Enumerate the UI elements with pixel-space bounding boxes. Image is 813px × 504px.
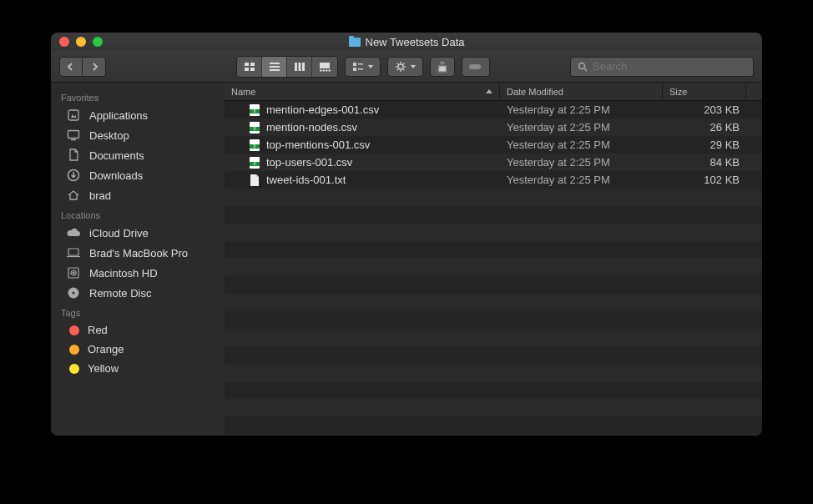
search-field[interactable]: [570, 57, 754, 77]
file-date: Yesterday at 2:25 PM: [500, 121, 663, 134]
spreadsheet-file-icon: X: [248, 103, 261, 117]
apps-icon: [66, 108, 81, 122]
svg-rect-33: [68, 131, 79, 139]
svg-rect-12: [323, 69, 326, 71]
share-button[interactable]: [430, 57, 455, 77]
group-button[interactable]: [345, 57, 381, 77]
svg-line-25: [403, 68, 404, 69]
folder-icon: [349, 38, 361, 47]
titlebar[interactable]: New Tweetsets Data: [51, 33, 762, 51]
sidebar-section-header: Favorites: [51, 88, 225, 105]
file-row[interactable]: Xtop-mentions-001.csvYesterday at 2:25 P…: [225, 136, 762, 154]
svg-rect-13: [326, 69, 328, 71]
svg-rect-18: [358, 68, 363, 70]
sidebar-item[interactable]: iCloud Drive: [51, 223, 225, 243]
zoom-window[interactable]: [93, 37, 103, 47]
sidebar-tag-item[interactable]: Yellow: [51, 359, 225, 378]
downloads-icon: [66, 169, 81, 182]
minimize-window[interactable]: [76, 37, 86, 47]
tags-button[interactable]: [462, 57, 490, 77]
spreadsheet-file-icon: X: [248, 156, 261, 169]
file-name: tweet-ids-001.txt: [266, 174, 346, 186]
svg-rect-36: [68, 249, 78, 255]
empty-row: [225, 311, 762, 329]
file-row[interactable]: Xtop-users-001.csvYesterday at 2:25 PM84…: [225, 154, 762, 171]
finder-window: New Tweetsets Data FavoritesApplications…: [51, 33, 762, 436]
forward-button[interactable]: [83, 57, 106, 77]
sidebar-tag-item[interactable]: Orange: [51, 340, 225, 359]
svg-line-31: [584, 68, 587, 71]
sidebar-item[interactable]: Applications: [51, 105, 225, 125]
remote-icon: [66, 286, 81, 300]
icloud-icon: [66, 226, 81, 239]
svg-point-19: [398, 64, 403, 69]
empty-row: [225, 189, 762, 206]
sidebar-item-label: iCloud Drive: [89, 227, 149, 239]
back-button[interactable]: [59, 57, 83, 77]
sidebar-item[interactable]: Brad's MacBook Pro: [51, 243, 225, 263]
sidebar-item-label: Remote Disc: [89, 287, 151, 300]
file-size: 26 KB: [663, 121, 746, 134]
svg-rect-16: [353, 68, 356, 71]
sidebar-item[interactable]: brad: [51, 185, 225, 205]
svg-rect-4: [270, 63, 280, 64]
sidebar-item-label: Applications: [89, 109, 148, 122]
column-view-button[interactable]: [287, 57, 312, 77]
column-size[interactable]: Size: [663, 83, 746, 100]
svg-point-42: [73, 292, 75, 295]
sidebar-section-header: Locations: [51, 205, 225, 223]
sidebar-tag-label: Yellow: [88, 362, 119, 375]
action-button[interactable]: [387, 57, 423, 77]
docs-icon: [66, 149, 81, 162]
search-icon: [578, 62, 588, 72]
column-date[interactable]: Date Modified: [500, 83, 663, 100]
sidebar-item[interactable]: Macintosh HD: [51, 263, 225, 283]
empty-row: [225, 224, 762, 241]
sidebar-item[interactable]: Desktop: [51, 125, 225, 145]
svg-rect-7: [295, 63, 297, 71]
svg-rect-15: [353, 63, 356, 66]
file-row[interactable]: Xmention-edges-001.csvYesterday at 2:25 …: [225, 101, 762, 118]
list-view-button[interactable]: [262, 57, 287, 77]
sidebar-item-label: Desktop: [89, 129, 129, 142]
svg-rect-11: [320, 69, 322, 71]
sidebar-item[interactable]: Documents: [51, 145, 225, 165]
disk-icon: [66, 266, 81, 280]
sidebar: FavoritesApplicationsDesktopDocumentsDow…: [51, 83, 225, 436]
svg-rect-29: [469, 64, 481, 69]
svg-rect-0: [245, 63, 249, 66]
file-row[interactable]: Xmention-nodes.csvYesterday at 2:25 PM26…: [225, 118, 762, 136]
column-name[interactable]: Name: [225, 83, 500, 100]
sidebar-item[interactable]: Remote Disc: [51, 283, 225, 303]
search-input[interactable]: [593, 60, 746, 73]
traffic-lights: [59, 37, 103, 47]
sidebar-tag-item[interactable]: Red: [51, 320, 225, 340]
file-size: 29 KB: [663, 139, 746, 151]
svg-point-30: [579, 63, 585, 68]
tag-color-dot: [69, 345, 79, 355]
empty-row: [225, 399, 762, 416]
file-size: 84 KB: [663, 156, 746, 169]
icon-view-button[interactable]: [237, 57, 262, 77]
svg-line-27: [403, 63, 404, 63]
svg-rect-2: [245, 68, 249, 71]
file-size: 102 KB: [663, 174, 746, 186]
file-row[interactable]: tweet-ids-001.txtYesterday at 2:25 PM102…: [225, 171, 762, 189]
file-name: mention-edges-001.csv: [266, 103, 379, 116]
svg-rect-17: [358, 63, 363, 65]
file-date: Yesterday at 2:25 PM: [500, 174, 663, 186]
sidebar-item[interactable]: Downloads: [51, 165, 225, 185]
sidebar-item-label: Brad's MacBook Pro: [89, 247, 188, 260]
column-headers: Name Date Modified Size: [225, 83, 762, 101]
gallery-view-button[interactable]: [312, 57, 337, 77]
desktop-icon: [66, 129, 81, 142]
svg-rect-5: [270, 66, 280, 68]
svg-rect-32: [68, 110, 78, 120]
svg-rect-9: [302, 63, 305, 71]
close-window[interactable]: [59, 37, 69, 47]
file-size: 203 KB: [663, 103, 746, 116]
chevron-down-icon: [368, 65, 373, 68]
laptop-icon: [66, 246, 81, 260]
svg-text:X: X: [253, 127, 255, 131]
tag-color-dot: [69, 364, 79, 374]
